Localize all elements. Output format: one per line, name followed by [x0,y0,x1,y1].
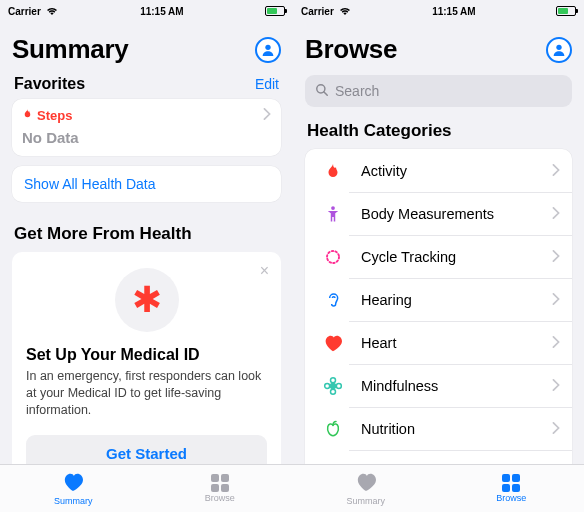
search-placeholder: Search [335,83,379,99]
battery-icon [265,6,285,16]
category-row-plus[interactable]: Other Data [349,450,572,464]
svg-point-4 [327,251,339,263]
tab-bar: Summary Browse [0,464,293,512]
chevron-right-icon [552,249,560,265]
device-summary: Carrier 11:15 AM Summary Favorites Edit [0,0,293,512]
category-label: Body Measurements [361,206,540,222]
category-label: Nutrition [361,421,540,437]
tab-bar: Summary Browse [293,464,584,512]
category-label: Cycle Tracking [361,249,540,265]
profile-button[interactable] [255,37,281,63]
wifi-icon [45,5,59,17]
svg-point-7 [331,389,336,394]
chevron-right-icon [552,206,560,222]
medical-id-body: In an emergency, first responders can lo… [26,368,267,419]
category-row-body[interactable]: Body Measurements [349,192,572,235]
favorite-label: Steps [37,108,72,123]
tab-summary-label: Summary [54,496,93,506]
status-bar: Carrier 11:15 AM [293,0,584,20]
get-started-button[interactable]: Get Started [26,435,267,464]
heart-icon [62,472,84,495]
tab-browse[interactable]: Browse [147,465,294,512]
svg-point-5 [331,384,336,389]
cycle-icon [305,248,349,266]
tab-summary[interactable]: Summary [293,465,439,512]
grid-icon [502,474,520,492]
get-more-title: Get More From Health [14,224,279,244]
svg-point-3 [331,206,335,210]
category-label: Hearing [361,292,540,308]
flame-icon [317,161,349,181]
device-browse: Carrier 11:15 AM Browse Search Health Ca… [293,0,584,512]
svg-point-0 [265,44,270,49]
chevron-right-icon [552,335,560,351]
ear-icon [305,290,349,310]
chevron-right-icon [552,292,560,308]
apple-icon [305,419,349,439]
wifi-icon [338,5,352,17]
page-title: Summary [12,34,128,65]
body-icon [305,204,349,224]
chevron-right-icon [552,163,560,179]
grid-icon [211,474,229,492]
search-input[interactable]: Search [305,75,572,107]
medical-id-card: × ✱ Set Up Your Medical ID In an emergen… [12,252,281,464]
edit-button[interactable]: Edit [255,76,279,92]
search-icon [315,83,329,100]
status-carrier: Carrier [8,6,41,17]
flame-icon [22,107,33,123]
category-row-mind[interactable]: Mindfulness [349,364,572,407]
battery-icon [556,6,576,16]
category-row-flame[interactable]: Activity [305,149,572,192]
asterisk-icon: ✱ [115,268,179,332]
category-row-apple[interactable]: Nutrition [349,407,572,450]
close-icon[interactable]: × [260,262,269,280]
svg-point-1 [556,44,561,49]
mind-icon [305,376,349,396]
category-label: Heart [361,335,540,351]
chevron-right-icon [552,421,560,437]
tab-browse-label: Browse [205,493,235,503]
category-row-ear[interactable]: Hearing [349,278,572,321]
tab-summary[interactable]: Summary [0,465,147,512]
page-title: Browse [305,34,397,65]
health-categories-header: Health Categories [307,121,570,141]
status-time: 11:15 AM [140,6,184,17]
favorite-card-steps[interactable]: Steps No Data [12,99,281,156]
chevron-right-icon [552,378,560,394]
category-row-heart[interactable]: Heart [349,321,572,364]
chevron-right-icon [263,107,271,123]
heart-icon [355,472,377,495]
svg-point-8 [325,384,330,389]
tab-browse-label: Browse [496,493,526,503]
status-time: 11:15 AM [432,6,476,17]
svg-point-9 [336,384,341,389]
heart-icon [305,334,349,352]
profile-button[interactable] [546,37,572,63]
tab-browse[interactable]: Browse [439,465,585,512]
category-label: Mindfulness [361,378,540,394]
medical-id-title: Set Up Your Medical ID [26,346,267,364]
tab-summary-label: Summary [346,496,385,506]
show-all-health-data[interactable]: Show All Health Data [12,166,281,202]
favorites-header: Favorites [14,75,85,93]
svg-point-6 [331,378,336,383]
category-label: Activity [361,163,540,179]
status-bar: Carrier 11:15 AM [0,0,293,20]
status-carrier: Carrier [301,6,334,17]
category-list: ActivityBody MeasurementsCycle TrackingH… [305,149,572,464]
category-row-cycle[interactable]: Cycle Tracking [349,235,572,278]
favorite-nodata: No Data [22,129,271,146]
